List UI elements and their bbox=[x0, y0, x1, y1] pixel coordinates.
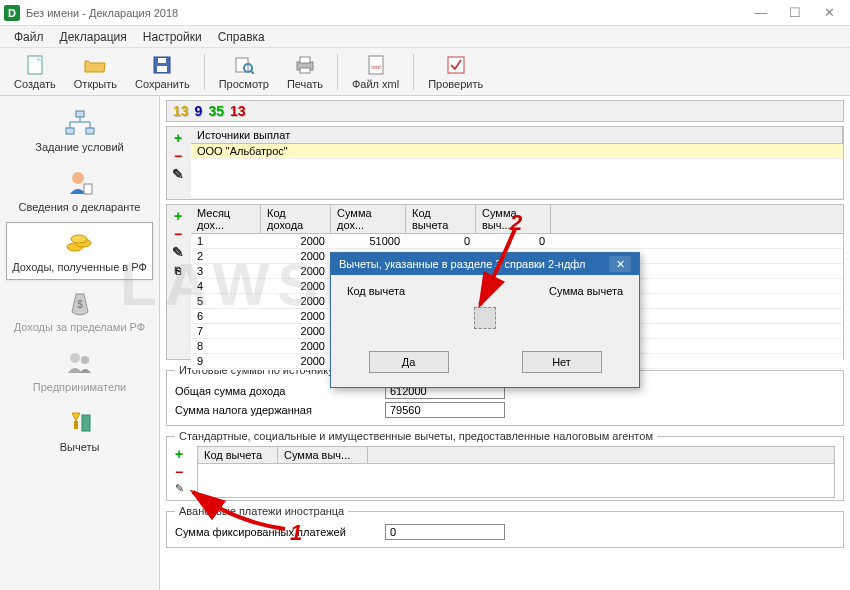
dialog-select-button[interactable] bbox=[474, 307, 496, 329]
sidebar-item-declarant[interactable]: Сведения о декларанте bbox=[6, 162, 153, 220]
svg-text:$: $ bbox=[77, 299, 83, 310]
dialog-yes-button[interactable]: Да bbox=[369, 351, 449, 373]
remove-source-button[interactable]: − bbox=[170, 148, 186, 164]
deduction-dialog: Вычеты, указанные в разделе 3 справки 2-… bbox=[330, 252, 640, 388]
svg-line-6 bbox=[251, 71, 254, 74]
edit-income-button[interactable]: ✎ bbox=[170, 244, 186, 260]
income-grid-header: Месяц дох... Код дохода Сумма дох... Код… bbox=[191, 205, 843, 234]
svg-rect-15 bbox=[86, 128, 94, 134]
menu-declaration[interactable]: Декларация bbox=[54, 28, 133, 46]
folder-open-icon bbox=[84, 54, 106, 76]
sidebar-item-income-abroad[interactable]: $ Доходы за пределами РФ bbox=[6, 282, 153, 340]
remove-income-button[interactable]: − bbox=[170, 226, 186, 242]
svg-point-27 bbox=[81, 356, 89, 364]
person-icon bbox=[63, 169, 97, 197]
toolbar: Создать Открыть Сохранить Просмотр Печат… bbox=[0, 48, 850, 96]
tool-check[interactable]: Проверить bbox=[420, 51, 491, 93]
sidebar-item-conditions[interactable]: Задание условий bbox=[6, 102, 153, 160]
sidebar-item-entrepreneurs[interactable]: Предприниматели bbox=[6, 342, 153, 400]
separator bbox=[337, 54, 338, 90]
advance-fieldset: Авансовые платежи иностранца Сумма фикси… bbox=[166, 505, 844, 548]
tool-open[interactable]: Открыть bbox=[66, 51, 125, 93]
tool-xml[interactable]: xml Файл xml bbox=[344, 51, 407, 93]
print-icon bbox=[294, 54, 316, 76]
dialog-close-button[interactable]: ✕ bbox=[609, 256, 631, 272]
add-income-button[interactable]: + bbox=[170, 208, 186, 224]
svg-rect-9 bbox=[300, 68, 310, 73]
svg-text:xml: xml bbox=[371, 64, 380, 70]
svg-rect-29 bbox=[82, 415, 90, 431]
dialog-code-label: Код вычета bbox=[347, 285, 405, 297]
new-file-icon bbox=[24, 54, 46, 76]
repeat-income-button[interactable]: ⎘ bbox=[170, 262, 186, 278]
edit-source-button[interactable]: ✎ bbox=[170, 166, 186, 182]
deductions-grid-body[interactable] bbox=[198, 464, 834, 496]
separator bbox=[204, 54, 205, 90]
add-source-button[interactable]: + bbox=[170, 130, 186, 146]
svg-rect-14 bbox=[66, 128, 74, 134]
svg-point-26 bbox=[70, 353, 80, 363]
tool-print[interactable]: Печать bbox=[279, 51, 331, 93]
sidebar-item-deductions[interactable]: Вычеты bbox=[6, 402, 153, 460]
coins-icon bbox=[63, 229, 97, 257]
edit-deduction-button[interactable]: ✎ bbox=[175, 482, 191, 498]
income-row[interactable]: 120005100000 bbox=[191, 234, 843, 249]
xml-file-icon: xml bbox=[365, 54, 387, 76]
svg-rect-2 bbox=[157, 66, 167, 72]
dialog-no-button[interactable]: Нет bbox=[522, 351, 602, 373]
add-deduction-button[interactable]: + bbox=[175, 446, 191, 462]
svg-point-20 bbox=[72, 172, 84, 184]
menu-help[interactable]: Справка bbox=[212, 28, 271, 46]
tool-save[interactable]: Сохранить bbox=[127, 51, 198, 93]
title-bar: D Без имени - Декларация 2018 — ☐ ✕ bbox=[0, 0, 850, 26]
advance-input[interactable] bbox=[385, 524, 505, 540]
dialog-sum-label: Сумма вычета bbox=[549, 285, 623, 297]
svg-rect-21 bbox=[84, 184, 92, 194]
sources-header: Источники выплат bbox=[191, 127, 843, 143]
svg-rect-0 bbox=[28, 56, 42, 74]
dialog-titlebar[interactable]: Вычеты, указанные в разделе 3 справки 2-… bbox=[331, 253, 639, 275]
menu-settings[interactable]: Настройки bbox=[137, 28, 208, 46]
app-icon: D bbox=[4, 5, 20, 21]
advance-label: Сумма фиксированных платежей bbox=[175, 526, 375, 538]
deductions-icon bbox=[63, 409, 97, 437]
preview-icon bbox=[233, 54, 255, 76]
menu-file[interactable]: Файл bbox=[8, 28, 50, 46]
svg-rect-8 bbox=[300, 57, 310, 63]
sidebar: Задание условий Сведения о декларанте До… bbox=[0, 96, 160, 590]
save-icon bbox=[151, 54, 173, 76]
minimize-button[interactable]: — bbox=[744, 2, 778, 24]
tax-withheld-label: Сумма налога удержанная bbox=[175, 404, 375, 416]
svg-rect-3 bbox=[158, 58, 166, 63]
source-row[interactable]: ООО "Альбатрос" bbox=[191, 144, 843, 159]
check-icon bbox=[445, 54, 467, 76]
tool-create[interactable]: Создать bbox=[6, 51, 64, 93]
close-button[interactable]: ✕ bbox=[812, 2, 846, 24]
tax-rate-tabs[interactable]: 13 9 35 13 bbox=[166, 100, 844, 122]
svg-rect-12 bbox=[448, 57, 464, 73]
sources-panel: + − ✎ Источники выплат ООО "Альбатрос" bbox=[166, 126, 844, 200]
maximize-button[interactable]: ☐ bbox=[778, 2, 812, 24]
deductions-fieldset: Стандартные, социальные и имущественные … bbox=[166, 430, 844, 501]
window-title: Без имени - Декларация 2018 bbox=[26, 7, 744, 19]
tax-withheld-input[interactable] bbox=[385, 402, 505, 418]
svg-rect-28 bbox=[74, 421, 78, 429]
remove-deduction-button[interactable]: − bbox=[175, 464, 191, 480]
separator bbox=[413, 54, 414, 90]
sidebar-item-income-rf[interactable]: Доходы, полученные в РФ bbox=[6, 222, 153, 280]
people-icon bbox=[63, 349, 97, 377]
svg-rect-13 bbox=[76, 111, 84, 117]
money-bag-icon: $ bbox=[63, 289, 97, 317]
conditions-icon bbox=[63, 109, 97, 137]
menu-bar: Файл Декларация Настройки Справка bbox=[0, 26, 850, 48]
tool-preview[interactable]: Просмотр bbox=[211, 51, 277, 93]
svg-point-24 bbox=[71, 235, 87, 243]
